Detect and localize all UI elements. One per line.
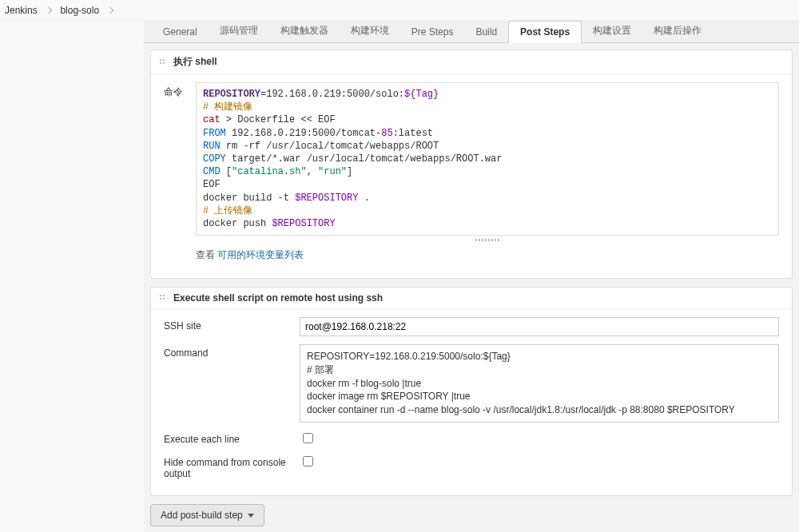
exec-each-line-label: Execute each line (164, 431, 300, 445)
ssh-site-input[interactable] (300, 317, 779, 336)
breadcrumb: Jenkins blog-solo (0, 0, 799, 21)
tab-build-settings[interactable]: 构建设置 (582, 19, 642, 42)
tab-post-steps[interactable]: Post Steps (508, 21, 582, 43)
tab-post-build-actions[interactable]: 构建后操作 (642, 19, 713, 42)
breadcrumb-job[interactable]: blog-solo (60, 5, 99, 16)
shell-command-label: 命令 (164, 82, 196, 99)
tab-build-env[interactable]: 构建环境 (340, 19, 400, 42)
breadcrumb-root[interactable]: Jenkins (5, 5, 38, 16)
tab-general[interactable]: General (152, 22, 209, 42)
shell-command-editor[interactable]: REPOSITORY=192.168.0.219:5000/solo:${Tag… (196, 82, 779, 236)
exec-each-line-checkbox[interactable] (303, 433, 313, 443)
tab-build[interactable]: Build (464, 22, 508, 42)
chevron-right-icon (46, 7, 52, 14)
chevron-down-icon (248, 514, 254, 518)
ssh-command-label: Command (164, 344, 300, 359)
chevron-right-icon (107, 7, 113, 14)
env-vars-link[interactable]: 可用的环境变量列表 (217, 249, 304, 260)
ssh-execute-block: Execute shell script on remote host usin… (150, 287, 793, 496)
tab-pre-steps[interactable]: Pre Steps (400, 22, 465, 42)
resize-handle-icon[interactable] (196, 236, 779, 244)
ssh-command-textarea[interactable]: REPOSITORY=192.168.0.219:5000/solo:${Tag… (300, 344, 779, 423)
config-tabs: General 源码管理 构建触发器 构建环境 Pre Steps Build … (144, 21, 799, 43)
hide-output-label: Hide command from console output (164, 454, 300, 479)
hide-output-checkbox[interactable] (303, 456, 313, 466)
ssh-execute-title: Execute shell script on remote host usin… (173, 292, 383, 304)
drag-handle-icon[interactable] (159, 294, 167, 302)
ssh-site-label: SSH site (164, 317, 300, 332)
env-vars-help: 查看 可用的环境变量列表 (196, 248, 779, 262)
execute-shell-title: 执行 shell (173, 55, 217, 69)
execute-shell-block: 执行 shell 命令 REPOSITORY=192.168.0.219:500… (150, 50, 793, 279)
drag-handle-icon[interactable] (159, 58, 167, 66)
add-post-build-step-button[interactable]: Add post-build step (150, 504, 264, 526)
tab-scm[interactable]: 源码管理 (209, 19, 269, 42)
tab-triggers[interactable]: 构建触发器 (269, 19, 340, 42)
